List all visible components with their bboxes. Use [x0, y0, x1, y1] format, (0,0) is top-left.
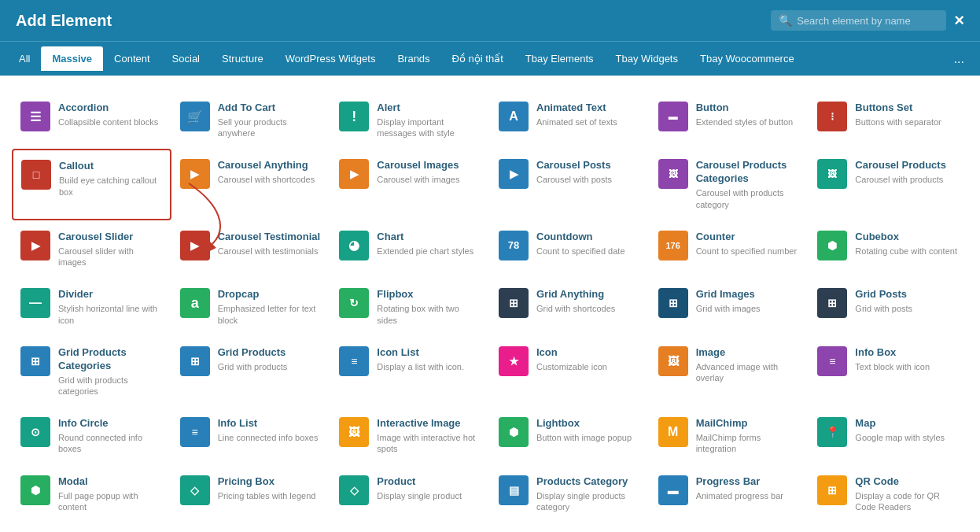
element-icon-carousel-posts: ▶: [499, 159, 529, 189]
element-item-modal[interactable]: ⬢ Modal Full page popup with content: [12, 465, 171, 523]
element-item-tabs[interactable]: ▤ Tabs Tabbed content blocks: [330, 523, 490, 532]
element-name-carousel-posts: Carousel Posts: [536, 159, 641, 172]
element-item-info-box[interactable]: ≡ Info Box Text block with icon: [809, 336, 968, 407]
element-item-quote[interactable]: “ Quote Quote text block: [12, 523, 171, 532]
element-icon-qr-code: ⊞: [817, 475, 847, 505]
element-item-single-post[interactable]: ▤ Single Post Customizable post with man…: [171, 523, 331, 532]
element-item-testimonial[interactable]: “ Testimonial Stylish recommendation box: [490, 523, 650, 532]
element-info-carousel-products: Carousel Products Carousel with products: [855, 159, 960, 185]
element-icon-carousel-testimonial: ▶: [180, 231, 210, 260]
element-name-info-circle: Info Circle: [58, 417, 163, 430]
element-item-accordion[interactable]: ☰ Accordion Collapsible content blocks: [12, 91, 171, 149]
element-item-info-list[interactable]: ≡ Info List Line connected info boxes: [171, 407, 331, 464]
element-item-carousel-products[interactable]: 🖼 Carousel Products Carousel with produc…: [809, 149, 968, 220]
element-desc-countdown: Count to specified date: [536, 246, 641, 257]
element-desc-modal: Full page popup with content: [58, 490, 163, 513]
element-item-image[interactable]: 🖼 Image Advanced image with overlay: [650, 336, 809, 407]
element-item-add-to-cart[interactable]: 🛒 Add To Cart Sell your products anywher…: [171, 91, 331, 149]
element-icon-icon-list: ≡: [339, 346, 369, 376]
tab-social[interactable]: Social: [161, 46, 211, 71]
tab-wordpress[interactable]: WordPress Widgets: [274, 46, 387, 71]
element-item-interactive-image[interactable]: 🖼 Interactive Image Image with interacti…: [330, 407, 490, 464]
element-item-carousel-slider[interactable]: ▶ Carousel Slider Carousel slider with i…: [12, 220, 171, 278]
element-name-grid-products-cats: Grid Products Categories: [58, 346, 163, 373]
element-desc-carousel-anything: Carousel with shortcodes: [218, 174, 322, 185]
element-item-divider[interactable]: — Divider Stylish horizontal line with i…: [12, 278, 171, 335]
element-icon-accordion: ☰: [20, 102, 50, 131]
element-item-grid-products[interactable]: ⊞ Grid Products Grid with products: [171, 336, 331, 407]
tab-all[interactable]: All: [8, 46, 41, 71]
element-item-cubebox[interactable]: ⬢ Cubebox Rotating cube with content: [809, 220, 968, 278]
element-item-lightbox[interactable]: ⬢ Lightbox Button with image popup: [490, 407, 650, 464]
element-icon-alert: !: [339, 102, 369, 131]
tab-tbay-woocommerce[interactable]: Tbay Woocommerce: [689, 46, 805, 71]
element-item-timeline-basic[interactable]: ⊞ Timeline Basic Simple timeline shortco…: [809, 523, 968, 532]
content-area: ☰ Accordion Collapsible content blocks 🛒…: [0, 76, 980, 532]
element-item-callout[interactable]: □ Callout Build eye catching callout box: [12, 149, 171, 220]
element-item-grid-products-cats[interactable]: ⊞ Grid Products Categories Grid with pro…: [12, 336, 171, 407]
element-item-carousel-anything[interactable]: ▶ Carousel Anything Carousel with shortc…: [171, 149, 331, 220]
element-desc-carousel-images: Carousel with images: [377, 174, 481, 185]
element-item-carousel-testimonial[interactable]: ▶ Carousel Testimonial Carousel with tes…: [171, 220, 331, 278]
element-desc-grid-posts: Grid with posts: [855, 303, 960, 314]
element-info-progress-bar: Progress Bar Animated progress bar: [696, 475, 801, 501]
element-name-carousel-products-cats: Carousel Products Categories: [696, 159, 801, 186]
element-item-alert[interactable]: ! Alert Display important messages with …: [330, 91, 490, 149]
element-info-buttons-set: Buttons Set Buttons with separator: [855, 102, 960, 127]
element-item-carousel-images[interactable]: ▶ Carousel Images Carousel with images: [330, 149, 490, 220]
element-icon-product: ◇: [339, 475, 369, 505]
element-item-progress-bar[interactable]: ▬ Progress Bar Animated progress bar: [650, 465, 809, 523]
element-item-grid-images[interactable]: ⊞ Grid Images Grid with images: [650, 278, 809, 335]
element-icon-grid-products: ⊞: [180, 346, 210, 376]
element-desc-animated-text: Animated set of texts: [536, 116, 641, 127]
element-icon-icon: ★: [499, 346, 529, 376]
element-item-grid-anything[interactable]: ⊞ Grid Anything Grid with shortcodes: [490, 278, 650, 335]
element-item-flipbox[interactable]: ↻ Flipbox Rotating box with two sides: [330, 278, 490, 335]
element-icon-modal: ⬢: [20, 475, 50, 505]
tab-tbay-widgets[interactable]: Tbay Widgets: [605, 46, 689, 71]
element-item-countdown[interactable]: 78 Countdown Count to specified date: [490, 220, 650, 278]
element-desc-progress-bar: Animated progress bar: [696, 490, 801, 501]
element-info-countdown: Countdown Count to specified date: [536, 231, 641, 257]
element-name-carousel-products: Carousel Products: [855, 159, 960, 172]
element-item-carousel-posts[interactable]: ▶ Carousel Posts Carousel with posts: [490, 149, 650, 220]
element-item-animated-text[interactable]: A Animated Text Animated set of texts: [490, 91, 650, 149]
element-item-map[interactable]: 📍 Map Google map with styles: [809, 407, 968, 464]
tab-brands[interactable]: Brands: [386, 46, 440, 71]
element-icon-add-to-cart: 🛒: [180, 102, 210, 131]
element-item-chart[interactable]: ◕ Chart Extended pie chart styles: [330, 220, 490, 278]
element-item-button[interactable]: ▬ Button Extended styles of button: [650, 91, 809, 149]
element-item-dropcap[interactable]: a Dropcap Emphasized letter for text blo…: [171, 278, 331, 335]
element-item-qr-code[interactable]: ⊞ QR Code Display a code for QR Code Rea…: [809, 465, 968, 523]
element-icon-divider: —: [20, 288, 50, 318]
element-item-text-block[interactable]: T Text Block Display a text with font fo…: [650, 523, 809, 532]
tabs-more-button[interactable]: ...: [946, 46, 972, 72]
tab-tbay-elements[interactable]: Tbay Elements: [514, 46, 605, 71]
element-info-info-box: Info Box Text block with icon: [855, 346, 960, 372]
modal-title: Add Element: [16, 12, 112, 30]
element-item-icon-list[interactable]: ≡ Icon List Display a list with icon.: [330, 336, 490, 407]
element-name-progress-bar: Progress Bar: [696, 475, 801, 489]
element-name-image: Image: [696, 346, 801, 360]
tab-massive[interactable]: Massive: [41, 46, 103, 71]
close-button[interactable]: ×: [954, 12, 964, 29]
element-name-add-to-cart: Add To Cart: [218, 102, 322, 115]
element-item-counter[interactable]: 176 Counter Count to specified number: [650, 220, 809, 278]
element-desc-carousel-products: Carousel with products: [855, 174, 960, 185]
element-item-products-category[interactable]: ▤ Products Category Display single produ…: [490, 465, 650, 523]
element-item-buttons-set[interactable]: ⁝ Buttons Set Buttons with separator: [809, 91, 968, 149]
tab-content[interactable]: Content: [103, 46, 161, 71]
element-item-pricing-box[interactable]: ◇ Pricing Box Pricing tables with legend: [171, 465, 331, 523]
element-item-product[interactable]: ◇ Product Display single product: [330, 465, 490, 523]
element-item-carousel-products-cats[interactable]: 🖼 Carousel Products Categories Carousel …: [650, 149, 809, 220]
element-item-mailchimp[interactable]: M MailChimp MailChimp forms integration: [650, 407, 809, 464]
search-input[interactable]: [797, 15, 938, 27]
tab-structure[interactable]: Structure: [211, 46, 274, 71]
element-info-grid-posts: Grid Posts Grid with posts: [855, 288, 960, 314]
element-name-qr-code: QR Code: [855, 475, 960, 489]
element-item-grid-posts[interactable]: ⊞ Grid Posts Grid with posts: [809, 278, 968, 335]
element-item-info-circle[interactable]: ⊙ Info Circle Round connected info boxes: [12, 407, 171, 464]
element-icon-button: ▬: [658, 102, 688, 131]
element-item-icon[interactable]: ★ Icon Customizable icon: [490, 336, 650, 407]
tab-do-noi-that[interactable]: Đồ nội thất: [441, 46, 514, 71]
